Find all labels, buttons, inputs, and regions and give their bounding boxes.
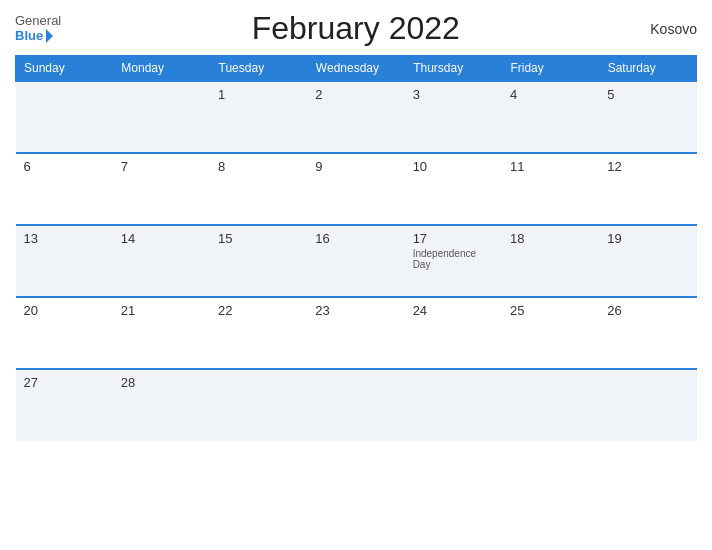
day-number: 23 (315, 303, 396, 318)
day-cell: 9 (307, 153, 404, 225)
day-number: 18 (510, 231, 591, 246)
day-cell (113, 81, 210, 153)
day-number: 3 (413, 87, 494, 102)
day-cell: 18 (502, 225, 599, 297)
day-number: 7 (121, 159, 202, 174)
weekday-header-tuesday: Tuesday (210, 56, 307, 82)
day-cell: 25 (502, 297, 599, 369)
weekday-header-sunday: Sunday (16, 56, 113, 82)
calendar-title: February 2022 (252, 10, 460, 47)
day-cell (307, 369, 404, 441)
logo: General Blue (15, 14, 61, 43)
day-number: 20 (24, 303, 105, 318)
day-cell: 23 (307, 297, 404, 369)
week-row-1: 12345 (16, 81, 697, 153)
day-number: 12 (607, 159, 688, 174)
day-cell (16, 81, 113, 153)
day-cell: 13 (16, 225, 113, 297)
day-cell: 2 (307, 81, 404, 153)
calendar-table: SundayMondayTuesdayWednesdayThursdayFrid… (15, 55, 697, 441)
day-number: 13 (24, 231, 105, 246)
day-cell: 28 (113, 369, 210, 441)
day-number: 19 (607, 231, 688, 246)
weekday-header-friday: Friday (502, 56, 599, 82)
day-number: 11 (510, 159, 591, 174)
day-cell: 27 (16, 369, 113, 441)
day-cell: 6 (16, 153, 113, 225)
weekday-header-wednesday: Wednesday (307, 56, 404, 82)
day-cell: 1 (210, 81, 307, 153)
day-cell: 24 (405, 297, 502, 369)
day-cell: 8 (210, 153, 307, 225)
day-number: 5 (607, 87, 688, 102)
day-number: 17 (413, 231, 494, 246)
day-number: 22 (218, 303, 299, 318)
calendar-header: General Blue February 2022 Kosovo (15, 10, 697, 47)
day-cell: 12 (599, 153, 696, 225)
logo-blue-text: Blue (15, 29, 53, 43)
day-cell: 11 (502, 153, 599, 225)
day-number: 1 (218, 87, 299, 102)
week-row-5: 2728 (16, 369, 697, 441)
day-cell (599, 369, 696, 441)
logo-triangle-icon (46, 29, 53, 43)
week-row-3: 1314151617Independence Day1819 (16, 225, 697, 297)
day-number: 25 (510, 303, 591, 318)
day-cell: 4 (502, 81, 599, 153)
day-number: 4 (510, 87, 591, 102)
day-number: 27 (24, 375, 105, 390)
day-cell: 15 (210, 225, 307, 297)
day-number: 21 (121, 303, 202, 318)
day-number: 28 (121, 375, 202, 390)
day-cell: 22 (210, 297, 307, 369)
day-number: 14 (121, 231, 202, 246)
day-number: 15 (218, 231, 299, 246)
day-cell (210, 369, 307, 441)
day-cell: 17Independence Day (405, 225, 502, 297)
day-number: 16 (315, 231, 396, 246)
day-cell (405, 369, 502, 441)
week-row-4: 20212223242526 (16, 297, 697, 369)
day-cell: 10 (405, 153, 502, 225)
day-cell: 3 (405, 81, 502, 153)
day-number: 6 (24, 159, 105, 174)
day-cell: 20 (16, 297, 113, 369)
weekday-header-row: SundayMondayTuesdayWednesdayThursdayFrid… (16, 56, 697, 82)
weekday-header-saturday: Saturday (599, 56, 696, 82)
day-cell: 7 (113, 153, 210, 225)
week-row-2: 6789101112 (16, 153, 697, 225)
day-cell: 14 (113, 225, 210, 297)
calendar-container: General Blue February 2022 Kosovo Sunday… (0, 0, 712, 550)
day-number: 24 (413, 303, 494, 318)
day-cell (502, 369, 599, 441)
day-cell: 21 (113, 297, 210, 369)
weekday-header-monday: Monday (113, 56, 210, 82)
day-cell: 19 (599, 225, 696, 297)
country-label: Kosovo (650, 21, 697, 37)
weekday-header-thursday: Thursday (405, 56, 502, 82)
day-cell: 26 (599, 297, 696, 369)
day-number: 10 (413, 159, 494, 174)
logo-general-text: General (15, 14, 61, 28)
day-number: 26 (607, 303, 688, 318)
day-number: 8 (218, 159, 299, 174)
day-number: 9 (315, 159, 396, 174)
day-cell: 16 (307, 225, 404, 297)
day-cell: 5 (599, 81, 696, 153)
day-number: 2 (315, 87, 396, 102)
event-label: Independence Day (413, 248, 494, 270)
